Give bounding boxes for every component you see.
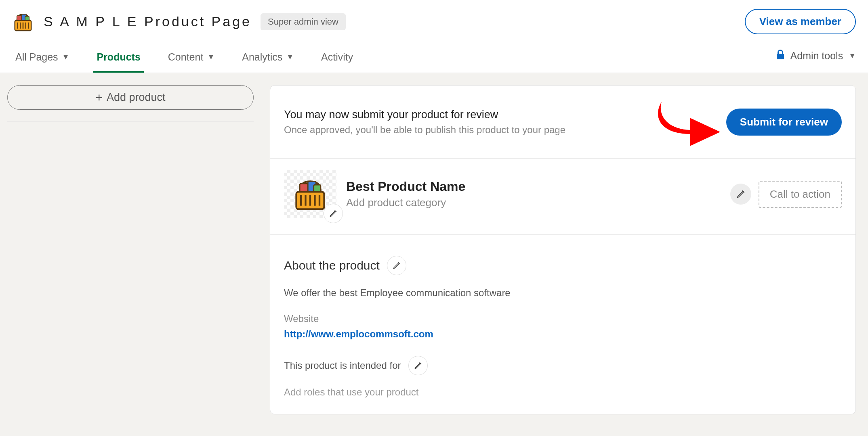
tab-label: All Pages	[15, 51, 58, 63]
edit-cta-button[interactable]	[730, 184, 751, 205]
plus-icon: +	[95, 92, 103, 104]
main-card: You may now submit your product for revi…	[270, 85, 856, 414]
about-description: We offer the best Employee communication…	[284, 287, 842, 299]
chevron-down-icon: ▼	[207, 53, 214, 61]
product-header: Best Product Name Add product category C…	[270, 159, 855, 235]
lock-icon	[776, 50, 785, 63]
pencil-icon	[736, 190, 745, 199]
pencil-icon	[414, 362, 422, 370]
admin-tools-menu[interactable]: Admin tools ▼	[776, 50, 856, 69]
roles-placeholder[interactable]: Add roles that use your product	[284, 387, 842, 398]
tab-analytics[interactable]: Analytics ▼	[239, 46, 297, 73]
about-heading-row: About the product	[284, 256, 842, 275]
review-subtitle: Once approved, you'll be able to publish…	[284, 124, 565, 136]
tab-label: Content	[168, 51, 204, 63]
edit-about-button[interactable]	[387, 256, 406, 275]
chevron-down-icon: ▼	[62, 53, 69, 61]
product-category-placeholder[interactable]: Add product category	[346, 197, 465, 209]
body-area: + Add product You may now submit your pr…	[0, 73, 868, 436]
sidebar: + Add product	[7, 85, 254, 121]
tab-content[interactable]: Content ▼	[165, 46, 218, 73]
tab-activity[interactable]: Activity	[318, 46, 356, 73]
chevron-down-icon: ▼	[849, 52, 856, 60]
svg-rect-15	[300, 184, 308, 192]
intended-for-label: This product is intended for	[284, 360, 401, 371]
svg-rect-8	[25, 16, 29, 20]
product-logo	[284, 170, 336, 218]
svg-rect-6	[17, 15, 22, 20]
submit-for-review-button[interactable]: Submit for review	[726, 109, 842, 136]
about-heading: About the product	[284, 259, 380, 272]
tab-all-pages[interactable]: All Pages ▼	[12, 46, 72, 73]
tab-label: Activity	[321, 51, 353, 63]
call-to-action-placeholder[interactable]: Call to action	[759, 181, 842, 208]
admin-tools-label: Admin tools	[790, 50, 843, 62]
review-bar: You may now submit your product for revi…	[270, 86, 855, 159]
tab-products[interactable]: Products	[93, 46, 143, 73]
add-product-button[interactable]: + Add product	[7, 85, 254, 110]
sidebar-divider	[7, 121, 254, 121]
pencil-icon	[329, 209, 337, 217]
basket-icon	[12, 11, 34, 33]
product-header-actions: Call to action	[730, 181, 842, 208]
website-label: Website	[284, 313, 842, 324]
basket-icon	[290, 176, 330, 213]
edit-intended-button[interactable]	[408, 356, 428, 375]
add-product-label: Add product	[107, 91, 166, 104]
product-name: Best Product Name	[346, 179, 465, 194]
view-as-member-button[interactable]: View as member	[745, 9, 856, 34]
nav-tabs: All Pages ▼ Products Content ▼ Analytics…	[0, 42, 868, 73]
super-admin-badge: Super admin view	[261, 13, 346, 30]
intended-for-row: This product is intended for	[284, 356, 842, 375]
edit-logo-button[interactable]	[324, 204, 343, 223]
about-section: About the product We offer the best Empl…	[270, 235, 855, 414]
tab-label: Analytics	[242, 51, 282, 63]
website-link[interactable]: http://www.emplocommsoft.com	[284, 328, 433, 340]
page-logo	[12, 11, 34, 33]
arrow-callout-icon	[654, 98, 722, 146]
review-text: You may now submit your product for revi…	[284, 109, 565, 136]
chevron-down-icon: ▼	[286, 53, 294, 61]
pencil-icon	[393, 261, 401, 270]
product-title-block: Best Product Name Add product category	[346, 179, 465, 209]
page-header: S A M P L E Product Page Super admin vie…	[0, 0, 868, 42]
svg-rect-17	[314, 185, 321, 192]
review-title: You may now submit your product for revi…	[284, 109, 565, 121]
page-title: S A M P L E Product Page	[44, 14, 252, 29]
tab-label: Products	[97, 51, 140, 63]
